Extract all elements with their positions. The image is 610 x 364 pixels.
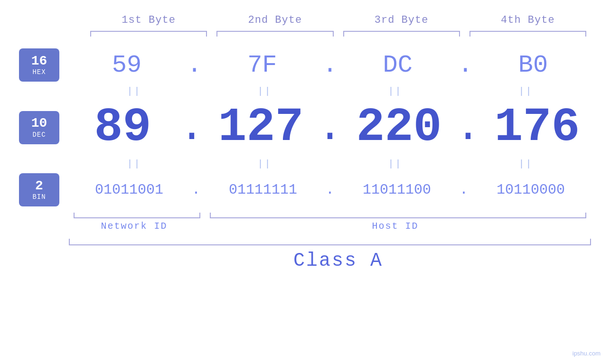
bin-badge: 2 BIN — [19, 173, 59, 206]
sep2-byte4: || — [460, 159, 591, 169]
sep2-byte1: || — [69, 159, 199, 169]
bottom-brackets-row — [69, 213, 591, 218]
dec-byte1-value: 89 — [94, 101, 151, 154]
dec-base-label: DEC — [32, 131, 46, 139]
class-bracket — [69, 239, 591, 245]
bin-dot2: . — [326, 182, 334, 198]
host-id-bracket — [210, 213, 586, 218]
dec-dot2: . — [317, 103, 343, 152]
hex-byte2-value: 7F — [247, 51, 277, 79]
top-bracket-1 — [90, 31, 207, 37]
bin-byte3-cell: 11011100 — [337, 182, 457, 198]
bin-byte4-cell: 10110000 — [470, 182, 591, 198]
bin-byte4-value: 10110000 — [497, 182, 565, 198]
dec-values-area: 89 . 127 . 220 . 176 — [69, 101, 591, 154]
top-bracket-3 — [343, 31, 460, 37]
sep1-byte4: || — [460, 86, 591, 97]
sep-row-2: || || || || — [19, 157, 591, 171]
hex-byte4-cell: B0 — [475, 51, 591, 79]
dec-byte4-value: 176 — [494, 101, 580, 154]
byte1-header: 1st Byte — [85, 14, 212, 26]
dec-byte3-value: 220 — [356, 101, 441, 154]
bin-base-number: 2 — [35, 179, 43, 194]
byte4-header: 4th Byte — [465, 14, 591, 26]
class-label: Class A — [293, 250, 383, 271]
sep2-byte3: || — [330, 159, 460, 169]
byte2-header: 2nd Byte — [212, 14, 338, 26]
bin-values-area: 01011001 . 01111111 . 11011100 . 1011000… — [69, 182, 591, 198]
bin-dot3: . — [460, 182, 468, 198]
dec-dot3: . — [455, 103, 481, 152]
dec-byte3-cell: 220 — [345, 101, 453, 154]
main-container: 1st Byte 2nd Byte 3rd Byte 4th Byte 16 H… — [0, 0, 610, 364]
hex-badge: 16 HEX — [19, 48, 59, 82]
top-bracket-2 — [216, 31, 333, 37]
hex-byte1-cell: 59 — [69, 51, 185, 79]
dec-badge: 10 DEC — [19, 111, 59, 144]
dec-byte4-cell: 176 — [483, 101, 591, 154]
hex-dot1: . — [187, 51, 202, 79]
hex-byte3-cell: DC — [340, 51, 456, 79]
sep1-byte3: || — [330, 86, 460, 97]
dec-byte1-cell: 89 — [69, 101, 177, 154]
bin-byte2-cell: 01111111 — [203, 182, 323, 198]
byte-headers: 1st Byte 2nd Byte 3rd Byte 4th Byte — [19, 14, 591, 26]
hex-row: 16 HEX 59 . 7F . DC . B0 — [19, 48, 591, 82]
hex-byte4-value: B0 — [518, 51, 548, 79]
dec-byte2-cell: 127 — [207, 101, 315, 154]
dec-base-number: 10 — [31, 116, 47, 131]
sep2-byte2: || — [199, 159, 330, 169]
bin-byte2-value: 01111111 — [229, 182, 297, 198]
dec-row: 10 DEC 89 . 127 . 220 . 176 — [19, 101, 591, 154]
top-bracket-row — [19, 31, 591, 37]
bin-row: 2 BIN 01011001 . 01111111 . 11011100 . 1… — [19, 173, 591, 206]
hex-base-label: HEX — [32, 68, 46, 76]
dec-dot1: . — [179, 103, 205, 152]
watermark: ipshu.com — [572, 350, 601, 357]
sep1-byte2: || — [199, 86, 330, 97]
hex-dot2: . — [322, 51, 337, 79]
bin-byte3-value: 11011100 — [363, 182, 431, 198]
host-id-label: Host ID — [199, 221, 591, 232]
network-id-bracket — [74, 213, 200, 218]
byte3-header: 3rd Byte — [338, 14, 465, 26]
bin-base-label: BIN — [32, 193, 46, 201]
sep1-byte1: || — [69, 86, 199, 97]
bin-byte1-cell: 01011001 — [69, 182, 189, 198]
class-label-row: Class A — [19, 250, 591, 271]
hex-byte3-value: DC — [383, 51, 412, 79]
hex-byte2-cell: 7F — [204, 51, 320, 79]
dec-byte2-value: 127 — [218, 101, 303, 154]
sep-row-1: || || || || — [19, 84, 591, 98]
id-labels-row: Network ID Host ID — [69, 221, 591, 232]
hex-values-area: 59 . 7F . DC . B0 — [69, 51, 591, 79]
bin-byte1-value: 01011001 — [95, 182, 163, 198]
hex-byte1-value: 59 — [112, 51, 141, 79]
hex-base-number: 16 — [31, 54, 47, 69]
bin-dot1: . — [192, 182, 200, 198]
hex-dot3: . — [458, 51, 473, 79]
network-id-label: Network ID — [69, 221, 199, 232]
top-bracket-4 — [469, 31, 586, 37]
